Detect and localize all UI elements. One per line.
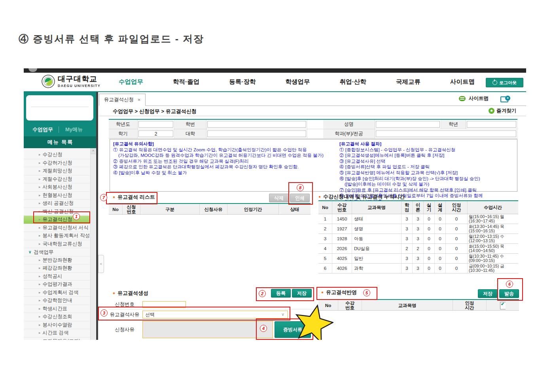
apply-save-button[interactable]: 저장	[478, 289, 498, 298]
scroll-up-icon[interactable]: ^	[91, 148, 96, 154]
sidebar-menu-item[interactable]: 수강신청	[24, 151, 90, 159]
table-row: 5 4025 일반 3 3 0 0 0 월(10:30~11:45) 수(09:…	[318, 254, 518, 264]
create-section-title: 유고결석생성	[113, 290, 148, 297]
cell-practice: 0	[424, 224, 435, 234]
create-save-button[interactable]: 저장	[292, 289, 312, 298]
sidebar-menu-item[interactable]: 계절희망신청	[24, 167, 90, 175]
sidebar-menu-item[interactable]: 생리 공결신청	[24, 200, 90, 208]
annotation-circle-2: 2	[259, 290, 266, 297]
nav-item[interactable]: 수업업무	[119, 78, 143, 86]
reason-textarea[interactable]	[142, 321, 273, 338]
year-input[interactable]	[138, 121, 173, 128]
sidebar-collapse-handle[interactable]: <	[98, 255, 104, 273]
nav-item[interactable]: 학적·졸업	[173, 78, 199, 86]
select-all-checkbox[interactable]	[500, 302, 506, 309]
nav-item[interactable]: 등록·장학	[229, 78, 256, 86]
cell-credit: 2	[402, 244, 413, 253]
send-button[interactable]: 발송	[499, 289, 519, 298]
cell-class-time: 월(12:00~13:15) 수(12:00~13:15)	[468, 234, 518, 243]
sidebar-menu-item[interactable]: 폐강강좌현황	[24, 264, 90, 273]
login-info-card	[26, 95, 93, 121]
college-input[interactable]	[207, 130, 306, 137]
column-header: 구분	[140, 204, 200, 215]
sidebar-menu-item[interactable]: 교과목개요(교과)	[24, 337, 90, 340]
university-logo[interactable]: 대구대학교 DAEGU UNIVERSITY	[42, 75, 100, 88]
favorite-button[interactable]: ★ 즐겨찾기	[489, 107, 516, 114]
logout-button[interactable]: 로그아웃	[486, 78, 523, 87]
cell-course-name: 과학	[352, 264, 402, 273]
tab-absence-request[interactable]: 유고결석신청 ×	[99, 94, 146, 106]
cell-theory: 3	[413, 234, 424, 243]
sidebar-menu-item[interactable]: 계절수강신청	[24, 175, 90, 184]
annotation-circle-7: 7	[100, 194, 107, 201]
student-id-input[interactable]	[207, 121, 306, 128]
sidebar-menu-item[interactable]: 백신 공결신청	[24, 208, 90, 216]
register-button[interactable]: 등록	[271, 289, 291, 298]
cell-hours: 0	[446, 254, 468, 263]
notice-precautions: [유고결석 유의사항]① 유고결석 적용은 대면수업 및 실시간 Zoom 수업…	[110, 139, 336, 191]
tab-close-icon[interactable]: ×	[138, 97, 141, 103]
cell-practice: 0	[424, 234, 435, 243]
column-header: 상태	[279, 204, 311, 215]
label-name: 성명	[323, 120, 375, 129]
reason-select[interactable]: 선택 ∨	[142, 311, 288, 318]
notice-line: ② [유고결석생성]메뉴에서 [등록]버튼 클릭 후 [저장]	[339, 153, 483, 158]
sidebar-tab-mymenu[interactable]: My메뉴	[59, 126, 83, 133]
sidebar-menu-item[interactable]: 수강신청조회	[24, 313, 90, 321]
cell-credit: 3	[402, 214, 413, 224]
sidebar-menu-item[interactable]: 유고결석신청서 서식	[24, 224, 90, 232]
sidebar-menu-item[interactable]: 수강허가신청	[24, 159, 90, 168]
term-input[interactable]	[138, 130, 173, 137]
cell-code: 1927	[332, 224, 352, 234]
period-row: 인정기간 ~	[109, 339, 314, 340]
sidebar-menu-item[interactable]: 수강학점안내	[24, 297, 90, 305]
create-form: 신청번호 유고결석사유 선택 ∨ 신청사유 증빙서류 인정기간 ~	[109, 300, 314, 340]
cell-theory: 3	[413, 224, 424, 234]
delete-button[interactable]: 삭제	[269, 194, 289, 202]
label-college: 대학	[174, 129, 206, 138]
label-student-id: 학번	[174, 120, 206, 129]
nav-item[interactable]: 취업·산학	[340, 78, 366, 86]
sidebar-menu-item[interactable]: 학생시간표	[24, 305, 90, 313]
breadcrumb: 수업업무 > 신청업무 > 유고결석신청	[113, 108, 197, 115]
print-button[interactable]: 인쇄	[290, 194, 310, 202]
tabbar-right-tools: 사이트맵 ×	[459, 95, 511, 102]
chevron-down-icon: ∨	[281, 312, 284, 317]
window-list-icon[interactable]: ×	[500, 96, 511, 102]
sidebar-menu-item[interactable]: 헌혈봉사신청	[24, 192, 90, 200]
cell-code: 1928	[332, 234, 352, 243]
grade-input[interactable]	[467, 121, 516, 128]
sidebar-menu-item[interactable]: 국내학점교류신청	[24, 240, 90, 249]
name-input[interactable]	[376, 121, 440, 128]
sidebar: 수업업무 My메뉴 메뉴 목록 수강신청수강허가신청계절희망신청계절수강신청사회…	[24, 92, 99, 340]
cell-class-time: 화(15:00~15:50) 목(14:00~14:50)	[468, 244, 518, 253]
apply-table: No 수강 번호 교과목명 인정 시간	[318, 299, 519, 311]
course-table-body: 1 1450 생태 3 3 0 0 0 월(15:00~16:15) 월(16:…	[318, 214, 518, 273]
sidebar-scrollbar[interactable]: ^	[90, 148, 96, 340]
sidebar-menu-item[interactable]: 유고결석신청	[24, 216, 90, 224]
request-no-input[interactable]	[142, 301, 186, 308]
sidebar-menu-item[interactable]: 수업평가결과	[24, 281, 90, 289]
sidebar-tab-work[interactable]: 수업업무	[24, 126, 59, 133]
course-table: No수강 번호교과목명학 점이 론실 기설 계인정 시간수업시간 1 1450 …	[318, 200, 518, 273]
sidebar-menu-item[interactable]: 성적공시	[24, 273, 90, 281]
sidebar-menu-item[interactable]: 사회봉사신청	[24, 183, 90, 192]
cell-design: 0	[435, 244, 446, 253]
course-table-title: 수강신청내역 및 유고결석 누적시간	[318, 193, 405, 200]
sidebar-menu-item[interactable]: 분반강좌현황	[24, 256, 90, 265]
annotation-circle-3: 3	[100, 309, 108, 317]
sitemap-link[interactable]: 사이트맵	[469, 95, 489, 102]
sidebar-menu-item[interactable]: 봉사 활동계획서 작성	[24, 232, 90, 240]
sidebar-menu-item[interactable]: 봉사이수열람	[24, 321, 90, 330]
cell-no: 5	[318, 254, 332, 263]
major-input[interactable]	[376, 130, 516, 137]
sitemap-icon[interactable]	[459, 96, 466, 101]
sidebar-menu-item[interactable]: 수업계획서 검색	[24, 289, 90, 297]
sidebar-menu-item[interactable]: 시간표 검색	[24, 329, 90, 337]
cell-hours: 0	[446, 244, 468, 253]
nav-item[interactable]: 국제교류	[396, 78, 421, 86]
apply-section-title: 유고결석반영	[321, 289, 357, 296]
nav-item[interactable]: 사이트맵	[450, 78, 475, 86]
nav-item[interactable]: 학생업무	[286, 78, 310, 86]
sidebar-menu-item[interactable]: 검색업무	[24, 248, 90, 256]
